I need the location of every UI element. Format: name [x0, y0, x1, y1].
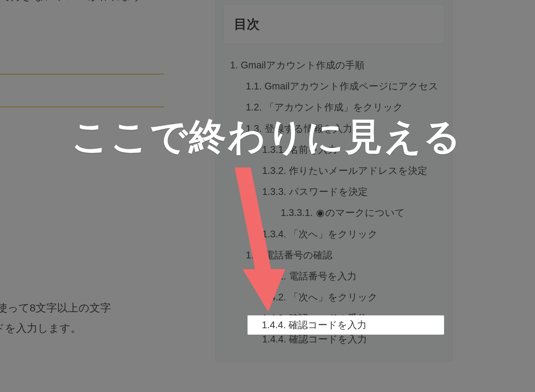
toc-item-number: 1.3.3.	[262, 186, 289, 197]
toc-item-number: 1.3.4.	[262, 229, 289, 239]
toc-item-number: 1.4.2.	[262, 292, 289, 303]
toc-item-number: 1.4.1.	[262, 271, 289, 282]
annotation-text: ここで終わりに見える	[71, 112, 464, 162]
divider	[0, 107, 164, 107]
toc-item-label: 「次へ」をクリック	[289, 292, 378, 303]
toc-item-number: 1.3.3.1.	[281, 207, 316, 218]
toc-item-number: 1.4.4.	[262, 334, 289, 345]
toc-item-label: 「次へ」をクリック	[289, 229, 378, 239]
toc-item-label: Gmailアカウント作成の手順	[241, 60, 365, 71]
toc-item-label: のマークについて	[325, 207, 405, 218]
article-left-column: で好きなアドレスが作れます 、記号を使って8文字以上の文字 パスワードを入力しま…	[0, 0, 164, 107]
toc-list: 1. Gmailアカウント作成の手順1.1. Gmailアカウント作成ページにア…	[224, 55, 444, 350]
eye-icon: ◉	[316, 205, 325, 221]
toc-item-label: 「アカウント作成」をクリック	[265, 102, 403, 113]
toc-item-label: 作りたいメールアドレスを決定	[289, 165, 427, 176]
toc-item-label: パスワードを決定	[289, 186, 368, 197]
toc-item[interactable]: 1. Gmailアカウント作成の手順	[224, 55, 444, 76]
toc-item-number: 1.4.4.	[262, 320, 289, 330]
toc-item-number: 1.1.	[246, 81, 265, 92]
toc-item[interactable]: 1.1. Gmailアカウント作成ページにアクセス	[224, 76, 444, 97]
toc-item[interactable]: 1.3.4. 「次へ」をクリック	[224, 224, 444, 245]
toc-item-label: 電話番号を入力	[289, 271, 357, 282]
divider	[0, 74, 164, 74]
toc-item[interactable]: 1.4.1. 電話番号を入力	[224, 266, 444, 287]
toc-item[interactable]: 1.4. 電話番号の確認	[224, 245, 444, 266]
toc-item-label: 電話番号の確認	[265, 250, 332, 261]
toc-card: 目次 1. Gmailアカウント作成の手順1.1. Gmailアカウント作成ペー…	[215, 0, 453, 361]
toc-item-number: 1.3.2.	[262, 165, 289, 176]
toc-item-number: 1.2.	[246, 102, 265, 113]
toc-item[interactable]: 1.3.3. パスワードを決定	[224, 181, 444, 202]
toc-item-label: 確認コードを入力	[289, 334, 367, 345]
article-fragment-bottom: 、記号を使って8文字以上の文字 パスワードを入力します。	[0, 298, 164, 338]
toc-header: 目次	[224, 5, 444, 44]
page-stage: で好きなアドレスが作れます 、記号を使って8文字以上の文字 パスワードを入力しま…	[0, 0, 535, 392]
article-fragment-top: で好きなアドレスが作れます	[0, 0, 164, 6]
text: パスワードを入力します。	[0, 318, 164, 338]
toc-item[interactable]: 1.4.2. 「次へ」をクリック	[224, 287, 444, 308]
toc-item-number: 1.	[230, 60, 241, 71]
toc-item-number: 1.4.	[246, 250, 265, 261]
sidebar: 目次 1. Gmailアカウント作成の手順1.1. Gmailアカウント作成ペー…	[215, 0, 453, 361]
toc-item-label: Gmailアカウント作成ページにアクセス	[265, 81, 439, 92]
toc-item[interactable]: 1.3.3.1. ◉のマークについて	[224, 202, 444, 223]
toc-item-label: 確認コードを入力	[289, 320, 367, 330]
text: を使って8文字以上の文字	[0, 302, 111, 314]
toc-item[interactable]: 1.3.2. 作りたいメールアドレスを決定	[224, 160, 444, 181]
toc-item-highlighted[interactable]: 1.4.4. 確認コードを入力	[248, 315, 444, 335]
